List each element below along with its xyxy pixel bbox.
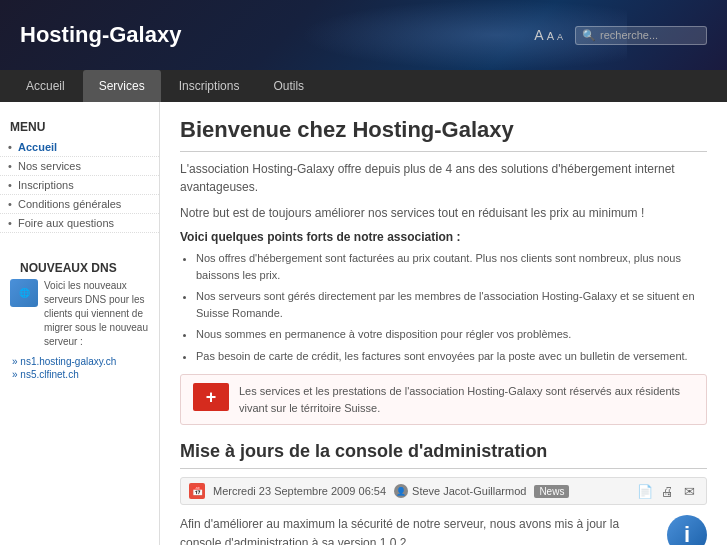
page-layout: MENU Accueil Nos services Inscriptions C… <box>0 102 727 545</box>
bullet-item-2: Nos serveurs sont gérés directement par … <box>196 288 707 321</box>
dns-icon: 🌐 <box>10 279 38 307</box>
email-icon[interactable]: ✉ <box>680 482 698 500</box>
search-box[interactable]: 🔍 <box>575 26 707 45</box>
author-avatar: 👤 <box>394 484 408 498</box>
swiss-flag-icon <box>193 383 229 411</box>
bullet-item-4: Pas besoin de carte de crédit, les factu… <box>196 348 707 365</box>
pdf-icon[interactable]: 📄 <box>636 482 654 500</box>
sidebar-item-inscriptions[interactable]: Inscriptions <box>0 176 159 195</box>
main-content: Bienvenue chez Hosting-Galaxy L'associat… <box>160 102 727 545</box>
nav-item-accueil[interactable]: Accueil <box>10 70 81 102</box>
sidebar-dns-section: NOUVEAUX DNS 🌐 Voici les nouveaux serveu… <box>0 245 159 389</box>
page-title: Bienvenue chez Hosting-Galaxy <box>180 117 707 152</box>
dns-box: 🌐 Voici les nouveaux serveurs DNS pour l… <box>10 279 149 349</box>
bullet-item-1: Nos offres d'hébergement sont facturées … <box>196 250 707 283</box>
sidebar: MENU Accueil Nos services Inscriptions C… <box>0 102 160 545</box>
font-large-button[interactable]: A <box>534 27 543 43</box>
nav-item-outils[interactable]: Outils <box>257 70 320 102</box>
sidebar-menu-title: MENU <box>0 112 159 138</box>
sidebar-item-conditions[interactable]: Conditions générales <box>0 195 159 214</box>
calendar-icon: 📅 <box>189 483 205 499</box>
meta-author: 👤 Steve Jacot-Guillarmod <box>394 484 526 498</box>
search-icon: 🔍 <box>582 29 596 42</box>
dns-link-ns1[interactable]: ns1.hosting-galaxy.ch <box>12 355 149 368</box>
dns-links: ns1.hosting-galaxy.ch ns5.clfinet.ch <box>10 355 149 381</box>
font-size-controls: A A A <box>534 27 563 43</box>
dns-link-ns5[interactable]: ns5.clfinet.ch <box>12 368 149 381</box>
author-name: Steve Jacot-Guillarmod <box>412 485 526 497</box>
meta-actions: 📄 🖨 ✉ <box>636 482 698 500</box>
header-controls: A A A 🔍 <box>534 26 707 45</box>
intro-text-2: Notre but est de toujours améliorer nos … <box>180 204 707 222</box>
site-title: Hosting-Galaxy <box>20 22 181 48</box>
swiss-notice-box: Les services et les prestations de l'ass… <box>180 374 707 425</box>
section2-title: Mise à jours de la console d'administrat… <box>180 441 707 469</box>
font-medium-button[interactable]: A <box>547 30 554 42</box>
nav-item-inscriptions[interactable]: Inscriptions <box>163 70 256 102</box>
article-meta-bar: 📅 Mercredi 23 Septembre 2009 06:54 👤 Ste… <box>180 477 707 505</box>
intro-text-1: L'association Hosting-Galaxy offre depui… <box>180 160 707 196</box>
dns-description: Voici les nouveaux serveurs DNS pour les… <box>44 279 149 349</box>
font-small-button[interactable]: A <box>557 32 563 42</box>
bullet-item-3: Nous sommes en permanence à votre dispos… <box>196 326 707 343</box>
meta-date: Mercredi 23 Septembre 2009 06:54 <box>213 485 386 497</box>
bullet-list: Nos offres d'hébergement sont facturées … <box>196 250 707 364</box>
nav-item-services[interactable]: Services <box>83 70 161 102</box>
swiss-notice-text: Les services et les prestations de l'ass… <box>239 383 694 416</box>
sidebar-item-foire[interactable]: Foire aux questions <box>0 214 159 233</box>
main-nav: Accueil Services Inscriptions Outils <box>0 70 727 102</box>
section2-content: Afin d'améliorer au maximum la sécurité … <box>180 515 707 545</box>
site-header: Hosting-Galaxy A A A 🔍 <box>0 0 727 70</box>
sidebar-item-accueil[interactable]: Accueil <box>0 138 159 157</box>
search-input[interactable] <box>600 29 700 41</box>
sidebar-item-nos-services[interactable]: Nos services <box>0 157 159 176</box>
sidebar-menu: Accueil Nos services Inscriptions Condit… <box>0 138 159 233</box>
points-title: Voici quelques points forts de notre ass… <box>180 230 707 244</box>
print-icon[interactable]: 🖨 <box>658 482 676 500</box>
category-badge: News <box>534 485 569 498</box>
dns-title: NOUVEAUX DNS <box>10 253 149 279</box>
